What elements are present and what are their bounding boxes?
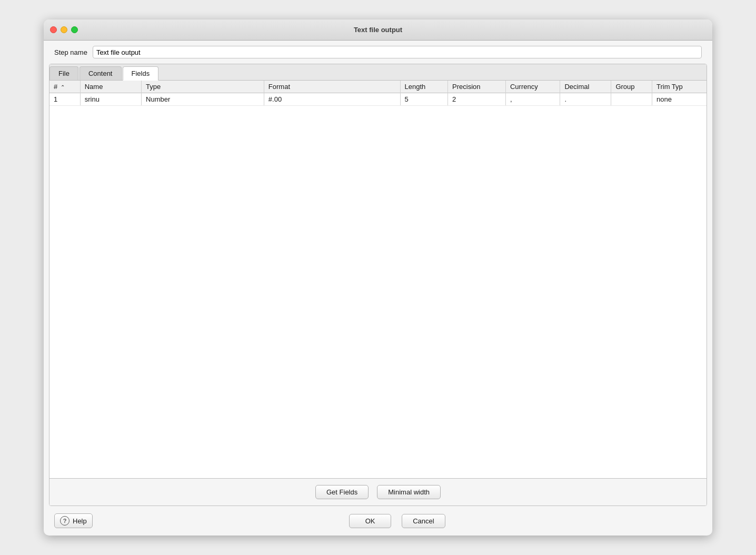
cell-format: #.00	[264, 93, 400, 106]
table-buttons: Get Fields Minimal width	[49, 478, 707, 506]
cell-trimtype: none	[652, 93, 707, 106]
col-header-num[interactable]: # ⌃	[49, 81, 80, 93]
footer-center-buttons: OK Cancel	[93, 514, 702, 528]
title-bar: Text file output	[44, 19, 712, 41]
col-header-decimal[interactable]: Decimal	[560, 81, 611, 93]
tab-fields[interactable]: Fields	[123, 66, 159, 81]
cell-precision: 2	[448, 93, 506, 106]
fields-table: # ⌃ Name Type Format	[49, 81, 707, 106]
table-area: # ⌃ Name Type Format	[49, 81, 707, 506]
tabs-container: File Content Fields # ⌃	[49, 64, 707, 506]
table-scroll[interactable]: # ⌃ Name Type Format	[49, 81, 707, 478]
cell-num: 1	[49, 93, 80, 106]
col-header-type[interactable]: Type	[142, 81, 264, 93]
step-name-input[interactable]	[93, 46, 702, 58]
minimal-width-button[interactable]: Minimal width	[377, 485, 441, 499]
col-header-name[interactable]: Name	[80, 81, 141, 93]
minimize-button[interactable]	[61, 26, 67, 33]
col-header-format[interactable]: Format	[264, 81, 400, 93]
traffic-lights	[50, 26, 78, 33]
col-header-precision[interactable]: Precision	[448, 81, 506, 93]
col-header-group[interactable]: Group	[611, 81, 652, 93]
ok-button[interactable]: OK	[349, 514, 391, 528]
tab-content[interactable]: Content	[79, 66, 122, 80]
table-row[interactable]: 1srinuNumber#.0052,.none	[49, 93, 707, 106]
cell-currency: ,	[505, 93, 560, 106]
step-name-label: Step name	[54, 48, 87, 56]
maximize-button[interactable]	[71, 26, 78, 33]
cell-name: srinu	[80, 93, 141, 106]
col-header-trimtype[interactable]: Trim Typ	[652, 81, 707, 93]
tabs-header: File Content Fields	[49, 64, 707, 81]
help-icon: ?	[60, 516, 69, 526]
table-header-row: # ⌃ Name Type Format	[49, 81, 707, 93]
cell-group	[611, 93, 652, 106]
main-window: Text file output Step name File Content …	[44, 19, 712, 536]
cancel-button[interactable]: Cancel	[402, 514, 445, 528]
get-fields-button[interactable]: Get Fields	[315, 485, 369, 499]
help-button[interactable]: ? Help	[54, 513, 93, 528]
col-header-length[interactable]: Length	[400, 81, 448, 93]
footer: ? Help OK Cancel	[44, 506, 712, 536]
cell-decimal: .	[560, 93, 611, 106]
close-button[interactable]	[50, 26, 57, 33]
tab-file[interactable]: File	[49, 66, 78, 80]
sort-icon: ⌃	[61, 84, 65, 90]
step-name-row: Step name	[44, 41, 712, 64]
col-header-currency[interactable]: Currency	[505, 81, 560, 93]
window-title: Text file output	[354, 26, 402, 34]
cell-length: 5	[400, 93, 448, 106]
cell-type: Number	[142, 93, 264, 106]
